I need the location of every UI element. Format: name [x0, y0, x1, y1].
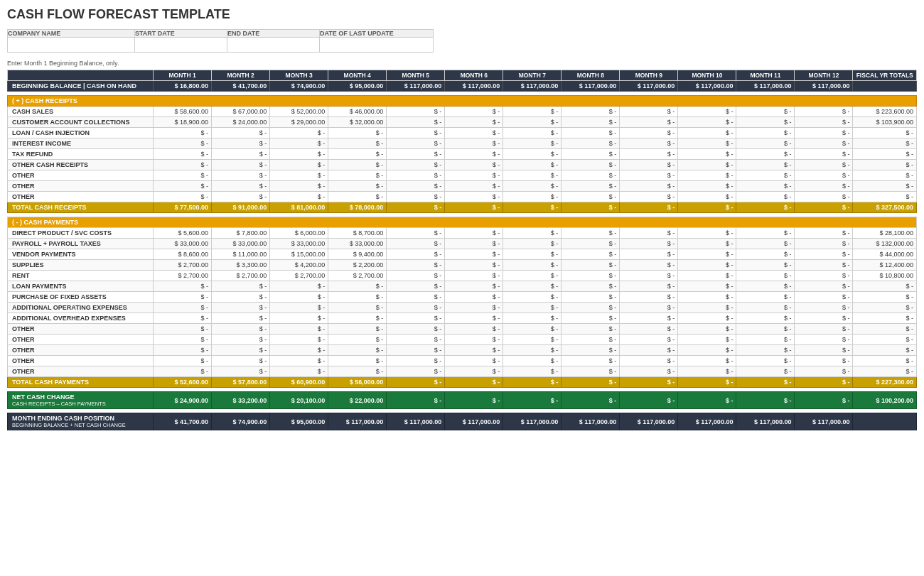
month6-header: MONTH 6	[445, 70, 503, 81]
beginning-balance-label: BEGINNING BALANCE | CASH ON HAND	[8, 81, 154, 92]
receipt-row-6: OTHER $ - $ - $ - $ - $ - $ - $ - $ - $ …	[8, 170, 917, 181]
payment-row-4: RENT $ 2,700.00 $ 2,700.00 $ 2,700.00 $ …	[8, 271, 917, 281]
end-date-label: END DATE	[227, 30, 319, 38]
receipt-label-1: CUSTOMER ACCOUNT COLLECTIONS	[8, 117, 154, 128]
receipt-row-5: OTHER CASH RECEIPTS $ - $ - $ - $ - $ - …	[8, 160, 917, 170]
cash-payments-header: ( - ) CASH PAYMENTS	[8, 217, 917, 228]
r0-fiscal: $ 223,600.00	[853, 107, 917, 117]
receipt-label-0: CASH SALES	[8, 107, 154, 117]
bb-m6[interactable]: $ 117,000.00	[445, 81, 503, 92]
bb-m10[interactable]: $ 117,000.00	[678, 81, 736, 92]
payment-row-9: OTHER $ - $ - $ - $ - $ - $ - $ - $ - $ …	[8, 324, 917, 335]
bb-m12[interactable]: $ 117,000.00	[795, 81, 853, 92]
receipt-row-4: TAX REFUND $ - $ - $ - $ - $ - $ - $ - $…	[8, 149, 917, 160]
total-payments-row: TOTAL CASH PAYMENTS $ 52,600.00 $ 57,800…	[8, 377, 917, 388]
month8-header: MONTH 8	[562, 70, 620, 81]
r0-m9[interactable]: $ -	[620, 107, 678, 117]
bb-m5[interactable]: $ 117,000.00	[387, 81, 445, 92]
month10-header: MONTH 10	[678, 70, 736, 81]
r0-m4[interactable]: $ 46,000.00	[328, 107, 387, 117]
r0-m1[interactable]: $ 58,600.00	[154, 107, 212, 117]
month4-header: MONTH 4	[328, 70, 387, 81]
bb-m2[interactable]: $ 41,700.00	[212, 81, 270, 92]
company-name-value[interactable]	[8, 38, 134, 52]
month9-header: MONTH 9	[620, 70, 678, 81]
payment-row-0: DIRECT PRODUCT / SVC COSTS $ 5,600.00 $ …	[8, 228, 917, 239]
bb-m1[interactable]: $ 16,800.00	[154, 81, 212, 92]
r0-m12[interactable]: $ -	[795, 107, 853, 117]
month2-header: MONTH 2	[212, 70, 270, 81]
bb-m9[interactable]: $ 117,000.00	[620, 81, 678, 92]
bb-m11[interactable]: $ 117,000.00	[736, 81, 795, 92]
cash-receipts-header-row: ( + ) CASH RECEIPTS	[8, 96, 917, 107]
payment-row-3: SUPPLIES $ 2,700.00 $ 3,300.00 $ 4,200.0…	[8, 260, 917, 271]
receipt-row-3: INTEREST INCOME $ - $ - $ - $ - $ - $ - …	[8, 138, 917, 149]
fiscal-header: FISCAL YR TOTALS	[853, 70, 917, 81]
bb-fiscal	[853, 81, 917, 92]
bb-m3[interactable]: $ 74,900.00	[270, 81, 328, 92]
receipt-row-8: OTHER $ - $ - $ - $ - $ - $ - $ - $ - $ …	[8, 192, 917, 202]
month5-header: MONTH 5	[387, 70, 445, 81]
receipt-row-2: LOAN / CASH INJECTION $ - $ - $ - $ - $ …	[8, 128, 917, 138]
end-date-col: END DATE	[227, 29, 320, 53]
total-receipts-label: TOTAL CASH RECEIPTS	[8, 202, 154, 213]
r0-m3[interactable]: $ 52,000.00	[270, 107, 328, 117]
payment-row-13: OTHER $ - $ - $ - $ - $ - $ - $ - $ - $ …	[8, 366, 917, 377]
bb-m4[interactable]: $ 95,000.00	[328, 81, 387, 92]
payment-row-8: ADDITIONAL OVERHEAD EXPENSES $ - $ - $ -…	[8, 313, 917, 324]
last-update-value[interactable]	[320, 38, 433, 52]
bb-m8[interactable]: $ 117,000.00	[562, 81, 620, 92]
net-cash-row: NET CASH CHANGE CASH RECEIPTS – CASH PAY…	[8, 392, 917, 409]
label-col-header	[8, 70, 154, 81]
month3-header: MONTH 3	[270, 70, 328, 81]
payment-row-2: VENDOR PAYMENTS $ 8,600.00 $ 11,000.00 $…	[8, 249, 917, 260]
payment-row-12: OTHER $ - $ - $ - $ - $ - $ - $ - $ - $ …	[8, 356, 917, 366]
cash-payments-header-row: ( - ) CASH PAYMENTS	[8, 217, 917, 228]
month7-header: MONTH 7	[503, 70, 562, 81]
payment-row-6: PURCHASE OF FIXED ASSETS $ - $ - $ - $ -…	[8, 292, 917, 303]
payment-row-7: ADDITIONAL OPERATING EXPENSES $ - $ - $ …	[8, 303, 917, 313]
last-update-col: DATE OF LAST UPDATE	[320, 29, 434, 53]
start-date-col: START DATE	[135, 29, 227, 53]
receipt-row-1: CUSTOMER ACCOUNT COLLECTIONS $ 18,900.00…	[8, 117, 917, 128]
month-ending-row: MONTH ENDING CASH POSITION BEGINNING BAL…	[8, 413, 917, 430]
company-name-col: COMPANY NAME	[7, 29, 135, 53]
column-headers: MONTH 1 MONTH 2 MONTH 3 MONTH 4 MONTH 5 …	[8, 70, 917, 81]
r0-m2[interactable]: $ 67,000.00	[212, 107, 270, 117]
receipt-row-7: OTHER $ - $ - $ - $ - $ - $ - $ - $ - $ …	[8, 181, 917, 192]
month-ending-label: MONTH ENDING CASH POSITION BEGINNING BAL…	[8, 413, 154, 430]
r0-m10[interactable]: $ -	[678, 107, 736, 117]
end-date-value[interactable]	[227, 38, 319, 52]
payment-row-1: PAYROLL + PAYROLL TAXES $ 33,000.00 $ 33…	[8, 239, 917, 249]
r0-m5[interactable]: $ -	[387, 107, 445, 117]
net-cash-label: NET CASH CHANGE CASH RECEIPTS – CASH PAY…	[8, 392, 154, 409]
header-section: COMPANY NAME START DATE END DATE DATE OF…	[7, 29, 917, 53]
total-receipts-row: TOTAL CASH RECEIPTS $ 77,500.00 $ 91,000…	[8, 202, 917, 213]
r0-m8[interactable]: $ -	[562, 107, 620, 117]
page-title: CASH FLOW FORECAST TEMPLATE	[7, 7, 917, 22]
payment-row-10: OTHER $ - $ - $ - $ - $ - $ - $ - $ - $ …	[8, 335, 917, 345]
payment-row-5: LOAN PAYMENTS $ - $ - $ - $ - $ - $ - $ …	[8, 281, 917, 292]
payment-row-11: OTHER $ - $ - $ - $ - $ - $ - $ - $ - $ …	[8, 345, 917, 356]
month12-header: MONTH 12	[795, 70, 853, 81]
month11-header: MONTH 11	[736, 70, 795, 81]
start-date-label: START DATE	[135, 30, 227, 38]
main-table: MONTH 1 MONTH 2 MONTH 3 MONTH 4 MONTH 5 …	[7, 70, 917, 430]
month1-header: MONTH 1	[154, 70, 212, 81]
r0-m6[interactable]: $ -	[445, 107, 503, 117]
last-update-label: DATE OF LAST UPDATE	[320, 30, 433, 38]
company-name-label: COMPANY NAME	[8, 30, 134, 38]
cash-receipts-header: ( + ) CASH RECEIPTS	[8, 96, 917, 107]
r0-m11[interactable]: $ -	[736, 107, 795, 117]
receipt-row-0: CASH SALES $ 58,600.00 $ 67,000.00 $ 52,…	[8, 107, 917, 117]
bb-m7[interactable]: $ 117,000.00	[503, 81, 562, 92]
note-text: Enter Month 1 Beginning Balance, only.	[7, 58, 917, 70]
beginning-balance-row: BEGINNING BALANCE | CASH ON HAND $ 16,80…	[8, 81, 917, 92]
r0-m7[interactable]: $ -	[503, 107, 562, 117]
start-date-value[interactable]	[135, 38, 227, 52]
